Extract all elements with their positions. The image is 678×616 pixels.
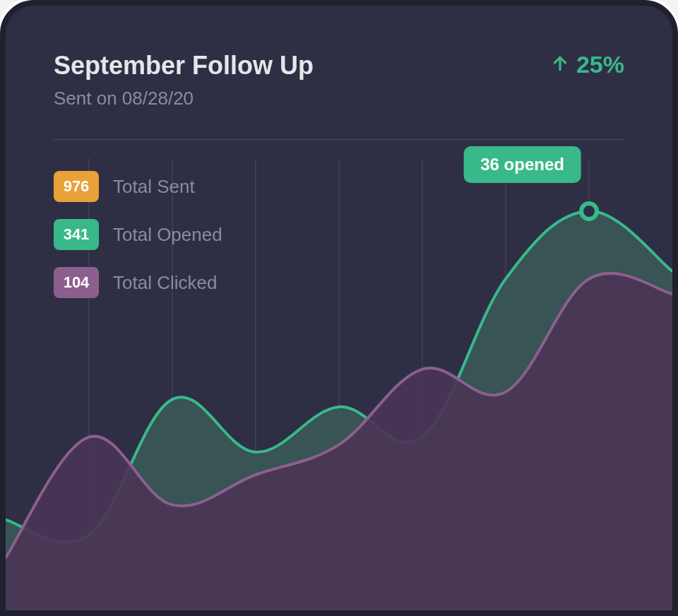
change-value: 25% <box>576 51 624 78</box>
legend-label-opened: Total Opened <box>113 224 222 246</box>
legend-label-sent: Total Sent <box>113 176 195 198</box>
campaign-subtitle: Sent on 08/28/20 <box>54 88 314 109</box>
legend-item-opened: 341 Total Opened <box>54 219 222 250</box>
campaign-card: September Follow Up Sent on 08/28/20 25%… <box>0 0 678 616</box>
campaign-title: September Follow Up <box>54 51 314 81</box>
tooltip-text: 36 opened <box>480 155 564 174</box>
change-indicator: 25% <box>551 51 624 78</box>
badge-sent: 976 <box>54 171 99 202</box>
legend-item-clicked: 104 Total Clicked <box>54 267 222 298</box>
legend-item-sent: 976 Total Sent <box>54 171 222 202</box>
badge-opened: 341 <box>54 219 99 250</box>
card-header: September Follow Up Sent on 08/28/20 25% <box>6 6 672 109</box>
badge-clicked: 104 <box>54 267 99 298</box>
divider <box>54 139 624 140</box>
legend: 976 Total Sent 341 Total Opened 104 Tota… <box>54 171 222 298</box>
legend-label-clicked: Total Clicked <box>113 272 217 294</box>
highlight-point <box>579 201 599 221</box>
arrow-up-icon <box>551 51 569 78</box>
chart-tooltip: 36 opened <box>463 146 581 183</box>
